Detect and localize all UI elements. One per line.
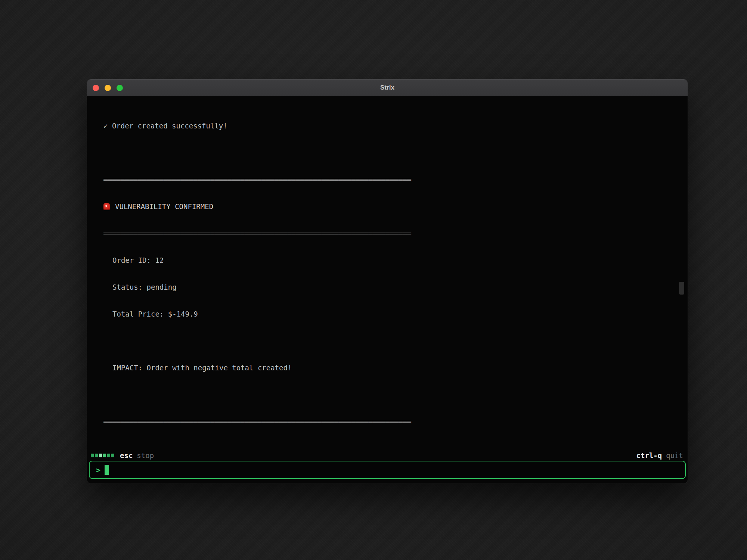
zoom-button[interactable] [117, 85, 123, 91]
section-divider: ════════════════════════════════════════… [103, 417, 413, 426]
traffic-lights [93, 79, 123, 96]
siren-icon [103, 203, 110, 210]
window-titlebar[interactable]: Strix [87, 79, 688, 96]
prompt-chevron: > [96, 466, 100, 475]
vulnerability-confirmed-header: VULNERABILITY CONFIRMED [103, 202, 688, 211]
order-id-value: Order ID: 12 [103, 256, 688, 265]
minimize-button[interactable] [105, 85, 111, 91]
command-input[interactable]: > [89, 461, 686, 479]
quit-key-hint[interactable]: ctrl-q [636, 451, 662, 460]
order-status-value: Status: pending [103, 283, 688, 292]
order-total-price-value: Total Price: $-149.9 [103, 309, 688, 318]
text-cursor [105, 465, 109, 475]
section-divider: ════════════════════════════════════════… [103, 175, 413, 184]
window-title: Strix [380, 84, 394, 91]
section-divider: ════════════════════════════════════════… [103, 229, 413, 238]
order-success-message: ✓ Order created successfully! [103, 121, 688, 130]
activity-spinner-icon [91, 454, 114, 457]
close-button[interactable] [93, 85, 99, 91]
desktop-background: Strix ✓ Order created successfully! ════… [0, 0, 747, 560]
impact-message: IMPACT: Order with negative total create… [103, 363, 688, 372]
scrollbar-thumb[interactable] [679, 282, 684, 295]
strix-app-window: Strix ✓ Order created successfully! ════… [87, 79, 688, 483]
terminal-log: ✓ Order created successfully! ══════════… [87, 96, 688, 447]
quit-action-label[interactable]: quit [666, 451, 683, 460]
footer-statusbar: esc stop ctrl-q quit [87, 451, 688, 460]
esc-key-hint[interactable]: esc [120, 451, 133, 460]
vulnerability-confirmed-label: VULNERABILITY CONFIRMED [115, 202, 213, 211]
esc-action-label[interactable]: stop [137, 451, 154, 460]
